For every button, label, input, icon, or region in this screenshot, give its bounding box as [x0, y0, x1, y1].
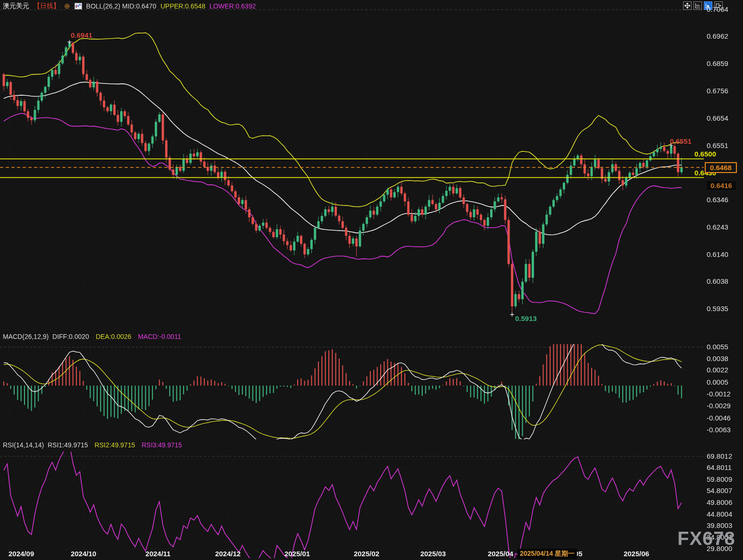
macd-macd-readout: MACD:-0.0011: [138, 333, 181, 340]
crosshair-date-label: 2025/04/14 星期一: [518, 549, 577, 559]
boll-readout-upper: UPPER:0.6548: [160, 2, 205, 10]
price-axis-label: 0.6859: [707, 59, 728, 67]
fit-scale-icon[interactable]: [693, 1, 702, 10]
rsi-panel-header: RSI(14,14,14) RSI1:49.9715 RSI2:49.9715 …: [3, 441, 182, 449]
price-axis-label: 0.6756: [707, 87, 728, 95]
date-axis-label: 2025/06: [624, 550, 649, 558]
macd-panel-header: MACD(26,12,9) DIFF:0.0020 DEA:0.0026 MAC…: [3, 333, 181, 340]
chart-root: 澳元美元 【日线】 ⊕ BOLL(26,2) MID:0.6470 UPPER:…: [0, 0, 743, 560]
date-axis-label: 2025/01: [284, 550, 310, 558]
rsi3-readout: RSI3:49.9715: [142, 441, 182, 449]
macd-name: MACD(26,12,9) DIFF:0.0020: [3, 333, 89, 340]
candle-chart-icon: [75, 3, 82, 9]
current-price-tag: 0.6468: [705, 162, 737, 173]
price-axis-label: 0.7064: [707, 5, 728, 13]
low-price-marker: 0.5913: [515, 314, 537, 322]
price-axis-label: 0.6038: [707, 277, 728, 285]
symbol-name: 澳元美元: [3, 2, 29, 10]
rsi-axis-label: 49.8006: [707, 498, 732, 506]
boll-readout-lower: LOWER:0.6392: [209, 2, 256, 10]
macd-axis-label: 0.0038: [707, 354, 728, 362]
rsi-axis-label: 54.8007: [707, 486, 732, 494]
date-axis-label: 2024/11: [145, 550, 170, 558]
date-axis-label: 2024/09: [8, 550, 34, 558]
date-axis-label: 2025/03: [420, 550, 446, 558]
date-axis-label: 2025/04: [488, 550, 513, 558]
price-axis-label: 0.6243: [707, 223, 728, 231]
period-selector[interactable]: 【日线】: [33, 2, 60, 10]
hline-label-6500[interactable]: 0.6500: [685, 150, 716, 158]
rsi-axis-label: 69.8012: [707, 452, 732, 460]
macd-axis-label: -0.0046: [707, 414, 731, 422]
macd-axis-label: 0.0055: [707, 343, 728, 351]
rsi-name: RSI(14,14,14) RSI1:49.9715: [3, 441, 88, 449]
macd-axis-label: -0.0029: [707, 402, 731, 410]
price-axis-label: 0.6551: [707, 141, 728, 149]
rsi-axis-label: 44.8004: [707, 510, 732, 518]
add-indicator-icon[interactable]: ⊕: [64, 2, 70, 10]
price-axis-label: 0.6962: [707, 32, 728, 40]
recent-high-marker: 0.6551: [670, 137, 692, 145]
main-chart-header: 澳元美元 【日线】 ⊕ BOLL(26,2) MID:0.6470 UPPER:…: [3, 2, 256, 10]
secondary-price-tag: 0.6416: [707, 181, 736, 190]
macd-axis-label: -0.0012: [707, 390, 731, 398]
rsi-axis-label: 59.8009: [707, 475, 732, 483]
chart-canvas[interactable]: [0, 0, 743, 560]
rsi-axis-label: 64.8011: [707, 463, 732, 471]
macd-axis-label: -0.0063: [707, 426, 731, 434]
macd-axis-label: 0.0005: [707, 378, 728, 386]
macd-dea-readout: DEA:0.0026: [96, 333, 132, 340]
macd-axis-label: 0.0022: [707, 366, 728, 374]
price-axis-label: 0.6140: [707, 250, 728, 258]
move-tool-icon[interactable]: [683, 1, 692, 10]
price-axis-label: 0.6654: [707, 114, 728, 122]
price-axis-label: 0.6346: [707, 196, 728, 204]
date-axis-label: 2024/10: [71, 550, 96, 558]
date-axis-label: 2025/02: [354, 550, 379, 558]
fx678-watermark: FX678: [677, 528, 735, 549]
high-price-marker: 0.6941: [71, 31, 92, 39]
boll-readout-name: BOLL(26,2) MID:0.6470: [86, 2, 157, 10]
price-axis-label: 0.5935: [707, 305, 728, 313]
date-axis-label: 2024/12: [215, 550, 241, 558]
rsi2-readout: RSI2:49.9715: [95, 441, 135, 449]
